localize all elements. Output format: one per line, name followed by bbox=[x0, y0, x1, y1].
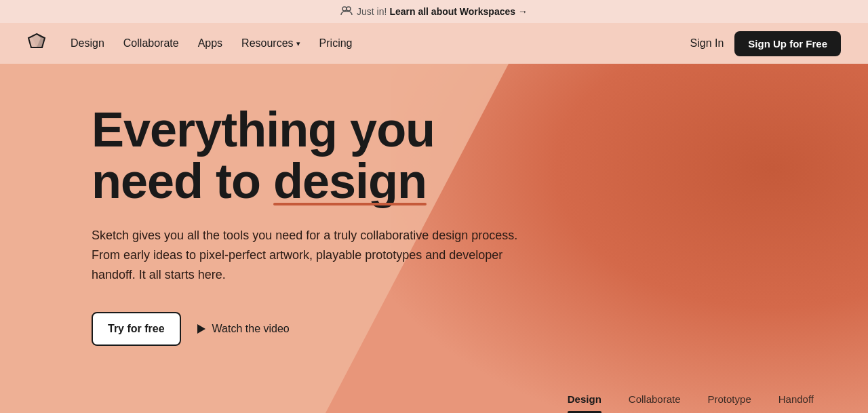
watch-video-button[interactable]: Watch the video bbox=[197, 323, 290, 335]
bottom-tabs: Design Collaborate Prototype Handoff bbox=[554, 385, 868, 413]
chevron-down-icon: ▾ bbox=[296, 39, 300, 48]
try-free-button[interactable]: Try for free bbox=[92, 312, 181, 346]
tab-design[interactable]: Design bbox=[554, 385, 615, 413]
nav-right: Sign In Sign Up for Free bbox=[690, 31, 842, 56]
workspace-icon bbox=[340, 6, 353, 18]
nav-resources[interactable]: Resources ▾ bbox=[241, 37, 300, 50]
nav-pricing[interactable]: Pricing bbox=[319, 37, 353, 50]
hero-subtitle: Sketch gives you all the tools you need … bbox=[92, 226, 526, 284]
navbar: Design Collaborate Apps Resources ▾ Pric… bbox=[0, 23, 868, 64]
hero-actions: Try for free Watch the video bbox=[92, 312, 529, 346]
svg-point-1 bbox=[347, 7, 351, 11]
tab-collaborate[interactable]: Collaborate bbox=[615, 385, 694, 413]
hero-section: Everything you need to design Sketch giv… bbox=[0, 64, 868, 413]
nav-links: Design Collaborate Apps Resources ▾ Pric… bbox=[71, 37, 690, 50]
logo[interactable] bbox=[27, 33, 46, 54]
nav-collaborate[interactable]: Collaborate bbox=[123, 37, 179, 50]
hero-content: Everything you need to design Sketch giv… bbox=[0, 64, 529, 346]
nav-design[interactable]: Design bbox=[71, 37, 104, 50]
nav-apps[interactable]: Apps bbox=[198, 37, 222, 50]
hero-title: Everything you need to design bbox=[92, 104, 529, 207]
tab-handoff[interactable]: Handoff bbox=[765, 385, 827, 413]
learn-workspaces-link[interactable]: Learn all about Workspaces → bbox=[389, 6, 528, 17]
svg-point-0 bbox=[342, 7, 347, 11]
just-in-label: Just in! bbox=[357, 6, 387, 17]
hero-title-highlighted: design bbox=[273, 156, 427, 208]
sign-in-button[interactable]: Sign In bbox=[690, 37, 724, 50]
announcement-bar: Just in! Learn all about Workspaces → bbox=[0, 0, 868, 23]
sign-up-button[interactable]: Sign Up for Free bbox=[734, 31, 841, 56]
tab-prototype[interactable]: Prototype bbox=[694, 385, 765, 413]
play-icon bbox=[197, 324, 205, 334]
